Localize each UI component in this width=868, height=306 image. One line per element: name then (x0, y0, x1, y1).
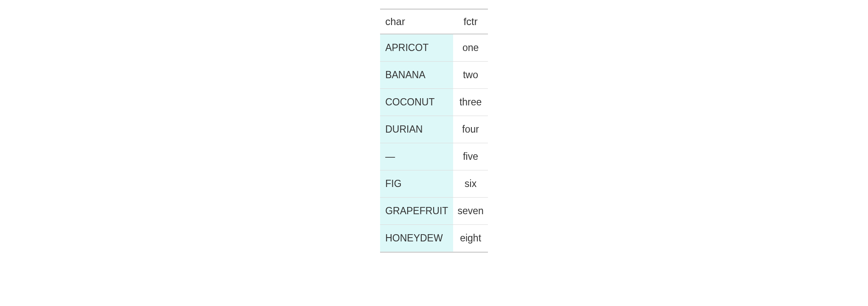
table-row: FIG six (380, 170, 488, 198)
cell-char: — (380, 143, 453, 170)
col-header-char: char (380, 9, 453, 34)
cell-char: HONEYDEW (380, 225, 453, 252)
cell-fctr: seven (453, 198, 488, 225)
table-row: BANANA two (380, 62, 488, 89)
cell-char: BANANA (380, 62, 453, 89)
cell-char: GRAPEFRUIT (380, 198, 453, 225)
cell-fctr: eight (453, 225, 488, 252)
col-header-fctr: fctr (453, 9, 488, 34)
cell-char: COCONUT (380, 89, 453, 116)
cell-char: APRICOT (380, 34, 453, 62)
table-header-row: char fctr (380, 9, 488, 34)
table-row: DURIAN four (380, 116, 488, 143)
table-row: GRAPEFRUIT seven (380, 198, 488, 225)
cell-fctr: five (453, 143, 488, 170)
data-table: char fctr APRICOT one BANANA two COCONUT… (380, 8, 488, 253)
cell-fctr: one (453, 34, 488, 62)
cell-char: FIG (380, 170, 453, 198)
cell-fctr: three (453, 89, 488, 116)
table-row: — five (380, 143, 488, 170)
cell-fctr: six (453, 170, 488, 198)
cell-fctr: four (453, 116, 488, 143)
table-row: HONEYDEW eight (380, 225, 488, 252)
cell-char: DURIAN (380, 116, 453, 143)
cell-fctr: two (453, 62, 488, 89)
table-row: COCONUT three (380, 89, 488, 116)
table-row: APRICOT one (380, 34, 488, 62)
